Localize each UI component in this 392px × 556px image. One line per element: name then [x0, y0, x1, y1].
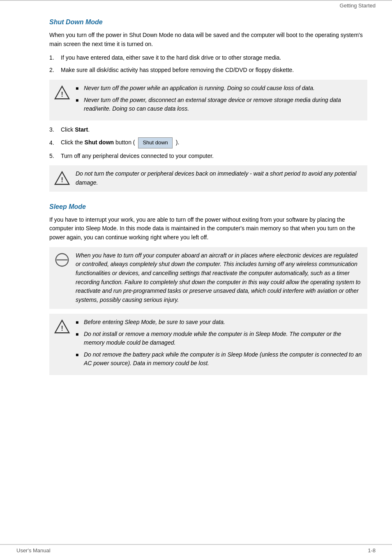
sleep-warning-bullet-3: Do not remove the battery pack while the… — [76, 350, 362, 368]
sleep-mode-title: Sleep Mode — [49, 203, 367, 211]
warning-icon-container-1: ! — [54, 84, 76, 100]
warning-bullet-1-1: Never turn off the power while an applic… — [76, 84, 362, 93]
svg-text:!: ! — [61, 176, 63, 184]
step-2-text: Make sure all disk/disc activity has sto… — [61, 66, 294, 75]
shut-down-section: Shut Down Mode When you turn off the pow… — [49, 19, 367, 192]
section-header: Getting Started — [340, 2, 376, 9]
footer: User's Manual 1-8 — [0, 544, 392, 556]
shut-down-title: Shut Down Mode — [49, 19, 367, 26]
note-box-shutdown: ! Do not turn the computer or peripheral… — [49, 165, 367, 191]
step-1: 1. If you have entered data, either save… — [49, 53, 367, 63]
sleep-warning-bullet-2: Do not install or remove a memory module… — [76, 330, 362, 347]
footer-left: User's Manual — [16, 547, 51, 554]
sleep-warning-bullets: Before entering Sleep Mode, be sure to s… — [76, 318, 362, 368]
step-2-num: 2. — [49, 66, 61, 75]
aircraft-icon-container — [54, 251, 76, 268]
top-bar: Getting Started — [0, 0, 392, 10]
shut-down-intro: When you turn off the power in Shut Down… — [49, 31, 367, 49]
step-1-num: 1. — [49, 53, 61, 63]
warning-icon-container-sleep: ! — [54, 318, 76, 334]
warning-icon-sleep: ! — [54, 319, 70, 334]
page-container: Getting Started Shut Down Mode When you … — [0, 0, 392, 556]
step-4-num: 4. — [49, 139, 61, 148]
step-5-num: 5. — [49, 152, 61, 161]
aircraft-note-content: When you have to turn off your computer … — [76, 251, 362, 305]
content-area: Shut Down Mode When you turn off the pow… — [0, 10, 392, 405]
footer-right: 1-8 — [368, 547, 376, 554]
step-4: 4. Click the Shut down button ( Shut dow… — [49, 137, 367, 148]
step-3-bold: Start — [75, 126, 88, 133]
step-3: 3. Click Start. — [49, 125, 367, 134]
step-2: 2. Make sure all disk/disc activity has … — [49, 66, 367, 75]
svg-text:!: ! — [61, 90, 63, 98]
warning-box-shutdown: ! Never turn off the power while an appl… — [49, 80, 367, 120]
warning-content-sleep: Before entering Sleep Mode, be sure to s… — [76, 318, 362, 371]
shutdown-button-image[interactable]: Shut down — [138, 137, 172, 148]
warning-bullet-1-2: Never turn off the power, disconnect an … — [76, 96, 362, 113]
no-sign-icon — [54, 252, 70, 268]
svg-text:!: ! — [61, 324, 63, 332]
step-3-num: 3. — [49, 125, 61, 134]
step-3-text: Click Start. — [61, 125, 90, 134]
note-content: Do not turn the computer or peripheral d… — [76, 169, 362, 187]
warning-bullets-1: Never turn off the power while an applic… — [76, 84, 362, 113]
sleep-mode-intro: If you have to interrupt your work, you … — [49, 215, 367, 242]
step-5-text: Turn off any peripheral devices connecte… — [61, 152, 214, 161]
warning-icon-2: ! — [54, 170, 70, 186]
aircraft-note-box: When you have to turn off your computer … — [49, 247, 367, 309]
step-1-text: If you have entered data, either save it… — [61, 53, 281, 63]
step-4-text: Click the Shut down button ( Shut down )… — [61, 137, 179, 148]
sleep-warning-bullet-1: Before entering Sleep Mode, be sure to s… — [76, 318, 362, 327]
sleep-mode-section: Sleep Mode If you have to interrupt your… — [49, 203, 367, 375]
step-4-bold: Shut down — [85, 139, 114, 146]
note-icon-container: ! — [54, 169, 76, 186]
warning-content-1: Never turn off the power while an applic… — [76, 84, 362, 116]
step-5: 5. Turn off any peripheral devices conne… — [49, 152, 367, 161]
warning-icon-1: ! — [54, 85, 70, 100]
warning-box-sleep: ! Before entering Sleep Mode, be sure to… — [49, 314, 367, 375]
